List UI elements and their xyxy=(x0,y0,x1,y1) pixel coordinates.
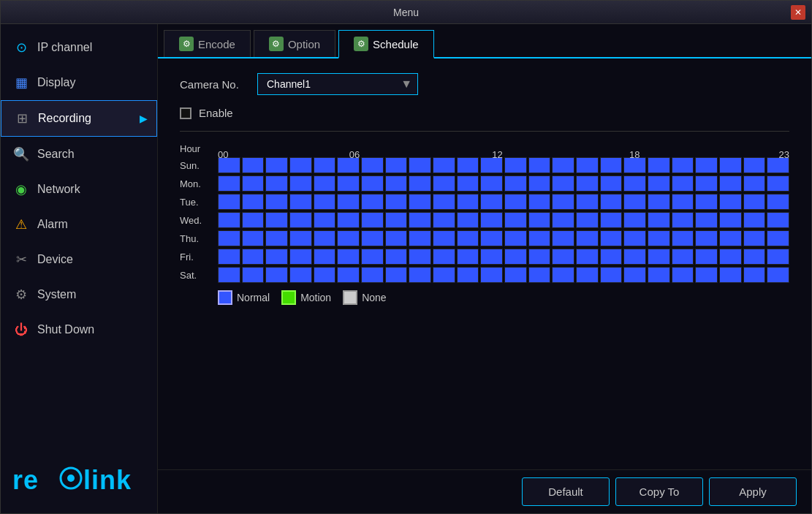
grid-cell[interactable] xyxy=(289,175,312,192)
grid-cell[interactable] xyxy=(600,175,623,192)
grid-cell[interactable] xyxy=(361,267,384,283)
tab-option[interactable]: ⚙ Option xyxy=(254,30,335,57)
grid-cell[interactable] xyxy=(409,249,431,265)
grid-cell[interactable] xyxy=(695,212,718,228)
grid-cell[interactable] xyxy=(457,212,479,228)
grid-cell[interactable] xyxy=(337,212,360,228)
grid-cell[interactable] xyxy=(457,249,479,265)
grid-cell[interactable] xyxy=(265,157,288,173)
sidebar-item-ip-channel[interactable]: ⊙IP channel xyxy=(1,30,157,65)
grid-cell[interactable] xyxy=(433,212,455,228)
grid-cell[interactable] xyxy=(743,194,766,210)
grid-cell[interactable] xyxy=(528,175,551,192)
grid-cell[interactable] xyxy=(719,157,742,173)
sidebar-item-recording[interactable]: ⊞Recording▶ xyxy=(1,100,157,137)
grid-cell[interactable] xyxy=(385,267,408,283)
grid-cell[interactable] xyxy=(504,157,527,173)
grid-cell[interactable] xyxy=(695,230,718,246)
grid-cell[interactable] xyxy=(695,194,718,210)
grid-cell[interactable] xyxy=(337,249,360,265)
tab-schedule[interactable]: ⚙ Schedule xyxy=(338,30,434,58)
grid-cell[interactable] xyxy=(385,212,408,228)
grid-cell[interactable] xyxy=(767,212,789,228)
grid-cell[interactable] xyxy=(767,194,789,210)
grid-cell[interactable] xyxy=(265,267,288,283)
grid-cell[interactable] xyxy=(409,157,431,173)
default-button[interactable]: Default xyxy=(522,477,610,506)
grid-cell[interactable] xyxy=(719,249,742,265)
grid-cell[interactable] xyxy=(433,249,455,265)
grid-cell[interactable] xyxy=(672,212,694,228)
sidebar-item-system[interactable]: ⚙System xyxy=(1,277,157,312)
grid-cell[interactable] xyxy=(528,194,551,210)
grid-cell[interactable] xyxy=(623,175,646,192)
grid-cell[interactable] xyxy=(528,267,551,283)
grid-cell[interactable] xyxy=(289,212,312,228)
grid-cell[interactable] xyxy=(576,175,599,192)
grid-cell[interactable] xyxy=(409,267,431,283)
grid-cell[interactable] xyxy=(552,194,574,210)
sidebar-item-network[interactable]: ◉Network xyxy=(1,172,157,207)
grid-cell[interactable] xyxy=(409,230,431,246)
grid-cell[interactable] xyxy=(314,249,336,265)
copy-to-button[interactable]: Copy To xyxy=(615,477,703,506)
grid-cell[interactable] xyxy=(314,267,336,283)
grid-cell[interactable] xyxy=(576,194,599,210)
sidebar-item-device[interactable]: ✂Device xyxy=(1,242,157,277)
close-button[interactable]: ✕ xyxy=(791,5,805,20)
grid-cell[interactable] xyxy=(289,194,312,210)
grid-cell[interactable] xyxy=(480,194,503,210)
sidebar-item-shutdown[interactable]: ⏻Shut Down xyxy=(1,312,157,347)
grid-cell[interactable] xyxy=(528,157,551,173)
grid-cell[interactable] xyxy=(504,249,527,265)
grid-cell[interactable] xyxy=(218,212,240,228)
grid-cell[interactable] xyxy=(265,194,288,210)
grid-cell[interactable] xyxy=(314,194,336,210)
grid-cell[interactable] xyxy=(218,194,240,210)
grid-cell[interactable] xyxy=(623,212,646,228)
sidebar-item-alarm[interactable]: ⚠Alarm xyxy=(1,207,157,242)
tab-encode[interactable]: ⚙ Encode xyxy=(164,30,251,57)
grid-cell[interactable] xyxy=(361,212,384,228)
grid-cell[interactable] xyxy=(242,267,265,283)
grid-cell[interactable] xyxy=(576,249,599,265)
grid-cell[interactable] xyxy=(767,267,789,283)
grid-cell[interactable] xyxy=(242,175,265,192)
grid-cell[interactable] xyxy=(600,267,623,283)
grid-cell[interactable] xyxy=(743,267,766,283)
grid-cell[interactable] xyxy=(672,230,694,246)
grid-cell[interactable] xyxy=(218,249,240,265)
grid-cell[interactable] xyxy=(719,267,742,283)
grid-cell[interactable] xyxy=(457,194,479,210)
grid-cell[interactable] xyxy=(337,267,360,283)
grid-cell[interactable] xyxy=(314,212,336,228)
grid-cell[interactable] xyxy=(337,194,360,210)
grid-cell[interactable] xyxy=(409,194,431,210)
enable-checkbox[interactable] xyxy=(180,107,191,119)
grid-cell[interactable] xyxy=(289,230,312,246)
grid-cell[interactable] xyxy=(600,249,623,265)
grid-cell[interactable] xyxy=(314,175,336,192)
grid-cell[interactable] xyxy=(528,249,551,265)
grid-cell[interactable] xyxy=(409,175,431,192)
grid-cell[interactable] xyxy=(361,194,384,210)
grid-cell[interactable] xyxy=(552,230,574,246)
grid-cell[interactable] xyxy=(672,175,694,192)
grid-cell[interactable] xyxy=(504,175,527,192)
grid-cell[interactable] xyxy=(457,157,479,173)
grid-cell[interactable] xyxy=(767,175,789,192)
grid-cell[interactable] xyxy=(552,267,574,283)
grid-cell[interactable] xyxy=(576,267,599,283)
grid-cell[interactable] xyxy=(600,230,623,246)
grid-cell[interactable] xyxy=(695,267,718,283)
grid-cell[interactable] xyxy=(314,157,336,173)
grid-cell[interactable] xyxy=(314,230,336,246)
grid-cell[interactable] xyxy=(457,230,479,246)
grid-cell[interactable] xyxy=(648,230,670,246)
grid-cell[interactable] xyxy=(433,157,455,173)
grid-cell[interactable] xyxy=(265,249,288,265)
grid-cell[interactable] xyxy=(648,267,670,283)
grid-cell[interactable] xyxy=(600,194,623,210)
grid-cell[interactable] xyxy=(265,230,288,246)
grid-cell[interactable] xyxy=(767,249,789,265)
